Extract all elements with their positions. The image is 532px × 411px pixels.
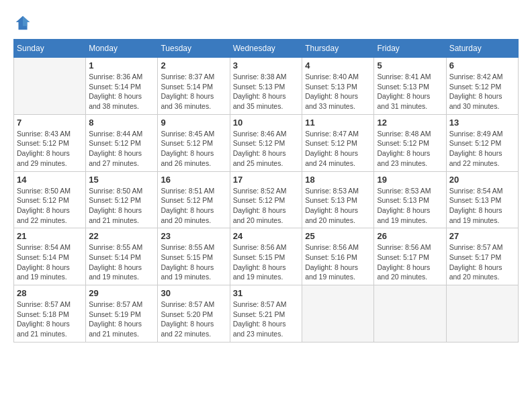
daylight-text: Daylight: 8 hours and 26 minutes. bbox=[161, 149, 214, 167]
day-info: Sunrise: 8:55 AM Sunset: 5:14 PM Dayligh… bbox=[89, 242, 154, 282]
day-number: 16 bbox=[161, 175, 226, 185]
sunset-text: Sunset: 5:14 PM bbox=[89, 83, 141, 91]
daylight-text: Daylight: 8 hours and 30 minutes. bbox=[449, 92, 502, 110]
sunset-text: Sunset: 5:14 PM bbox=[161, 83, 213, 91]
daylight-text: Daylight: 8 hours and 20 minutes. bbox=[449, 263, 502, 281]
calendar-cell: 11 Sunrise: 8:47 AM Sunset: 5:12 PM Dayl… bbox=[302, 114, 374, 171]
calendar-cell: 17 Sunrise: 8:52 AM Sunset: 5:12 PM Dayl… bbox=[230, 171, 302, 228]
day-info: Sunrise: 8:37 AM Sunset: 5:14 PM Dayligh… bbox=[161, 72, 226, 111]
sunset-text: Sunset: 5:13 PM bbox=[305, 83, 357, 91]
calendar-week-1: 1 Sunrise: 8:36 AM Sunset: 5:14 PM Dayli… bbox=[14, 58, 519, 115]
day-number: 13 bbox=[449, 118, 515, 128]
day-info: Sunrise: 8:42 AM Sunset: 5:12 PM Dayligh… bbox=[449, 72, 515, 111]
sunrise-text: Sunrise: 8:44 AM bbox=[89, 130, 142, 138]
day-info: Sunrise: 8:36 AM Sunset: 5:14 PM Dayligh… bbox=[89, 72, 154, 111]
day-number: 6 bbox=[449, 60, 515, 71]
daylight-text: Daylight: 8 hours and 35 minutes. bbox=[233, 92, 286, 110]
day-number: 24 bbox=[233, 231, 300, 241]
daylight-text: Daylight: 8 hours and 21 minutes. bbox=[17, 320, 70, 338]
day-number: 3 bbox=[233, 60, 300, 71]
sunrise-text: Sunrise: 8:55 AM bbox=[161, 243, 214, 251]
day-number: 29 bbox=[89, 288, 154, 298]
daylight-text: Daylight: 8 hours and 22 minutes. bbox=[449, 149, 502, 167]
day-info: Sunrise: 8:50 AM Sunset: 5:12 PM Dayligh… bbox=[89, 186, 154, 226]
day-number: 26 bbox=[377, 231, 443, 241]
day-number: 31 bbox=[233, 288, 300, 298]
day-info: Sunrise: 8:54 AM Sunset: 5:14 PM Dayligh… bbox=[17, 242, 83, 282]
sunset-text: Sunset: 5:12 PM bbox=[233, 196, 285, 204]
day-info: Sunrise: 8:49 AM Sunset: 5:12 PM Dayligh… bbox=[449, 129, 515, 169]
day-number: 23 bbox=[161, 231, 226, 241]
daylight-text: Daylight: 8 hours and 24 minutes. bbox=[305, 149, 358, 167]
daylight-text: Daylight: 8 hours and 20 minutes. bbox=[305, 206, 358, 224]
sunset-text: Sunset: 5:13 PM bbox=[233, 83, 285, 91]
sunrise-text: Sunrise: 8:57 AM bbox=[161, 300, 214, 308]
calendar-cell: 30 Sunrise: 8:57 AM Sunset: 5:20 PM Dayl… bbox=[158, 285, 230, 342]
day-info: Sunrise: 8:43 AM Sunset: 5:12 PM Dayligh… bbox=[17, 129, 83, 169]
day-number: 11 bbox=[305, 118, 371, 128]
sunrise-text: Sunrise: 8:53 AM bbox=[377, 187, 431, 195]
calendar-week-3: 14 Sunrise: 8:50 AM Sunset: 5:12 PM Dayl… bbox=[14, 171, 519, 228]
sunrise-text: Sunrise: 8:56 AM bbox=[233, 243, 287, 251]
sunrise-text: Sunrise: 8:50 AM bbox=[89, 187, 142, 195]
sunset-text: Sunset: 5:13 PM bbox=[377, 196, 429, 204]
calendar-cell: 14 Sunrise: 8:50 AM Sunset: 5:12 PM Dayl… bbox=[14, 171, 86, 228]
daylight-text: Daylight: 8 hours and 19 minutes. bbox=[305, 263, 358, 281]
sunset-text: Sunset: 5:12 PM bbox=[449, 83, 502, 91]
sunrise-text: Sunrise: 8:53 AM bbox=[305, 187, 359, 195]
daylight-text: Daylight: 8 hours and 23 minutes. bbox=[233, 320, 286, 338]
day-header-monday: Monday bbox=[86, 40, 158, 58]
sunset-text: Sunset: 5:12 PM bbox=[17, 196, 69, 204]
day-number: 5 bbox=[377, 60, 443, 71]
calendar-cell: 19 Sunrise: 8:53 AM Sunset: 5:13 PM Dayl… bbox=[374, 171, 446, 228]
daylight-text: Daylight: 8 hours and 22 minutes. bbox=[17, 206, 70, 224]
day-number: 4 bbox=[305, 60, 371, 71]
day-number: 2 bbox=[161, 60, 226, 71]
daylight-text: Daylight: 8 hours and 31 minutes. bbox=[377, 92, 430, 110]
sunrise-text: Sunrise: 8:37 AM bbox=[161, 73, 214, 81]
calendar-cell bbox=[374, 285, 446, 342]
daylight-text: Daylight: 8 hours and 20 minutes. bbox=[161, 206, 214, 224]
day-header-tuesday: Tuesday bbox=[158, 40, 230, 58]
day-number: 21 bbox=[17, 231, 83, 241]
calendar-cell: 23 Sunrise: 8:55 AM Sunset: 5:15 PM Dayl… bbox=[158, 228, 230, 285]
sunset-text: Sunset: 5:21 PM bbox=[233, 310, 285, 318]
daylight-text: Daylight: 8 hours and 33 minutes. bbox=[305, 92, 358, 110]
daylight-text: Daylight: 8 hours and 20 minutes. bbox=[233, 206, 286, 224]
day-number: 18 bbox=[305, 175, 371, 185]
sunset-text: Sunset: 5:12 PM bbox=[233, 139, 285, 147]
calendar-week-2: 7 Sunrise: 8:43 AM Sunset: 5:12 PM Dayli… bbox=[14, 114, 519, 171]
calendar-cell: 9 Sunrise: 8:45 AM Sunset: 5:12 PM Dayli… bbox=[158, 114, 230, 171]
daylight-text: Daylight: 8 hours and 25 minutes. bbox=[233, 149, 286, 167]
sunrise-text: Sunrise: 8:57 AM bbox=[233, 300, 287, 308]
day-number: 25 bbox=[305, 231, 371, 241]
logo-icon bbox=[13, 13, 32, 32]
day-number: 8 bbox=[89, 118, 154, 128]
day-info: Sunrise: 8:56 AM Sunset: 5:17 PM Dayligh… bbox=[377, 242, 443, 282]
sunset-text: Sunset: 5:16 PM bbox=[305, 253, 357, 261]
daylight-text: Daylight: 8 hours and 29 minutes. bbox=[17, 149, 70, 167]
day-info: Sunrise: 8:57 AM Sunset: 5:17 PM Dayligh… bbox=[449, 242, 515, 282]
calendar-header-row: SundayMondayTuesdayWednesdayThursdayFrid… bbox=[14, 40, 519, 58]
sunrise-text: Sunrise: 8:57 AM bbox=[17, 300, 71, 308]
calendar-cell: 1 Sunrise: 8:36 AM Sunset: 5:14 PM Dayli… bbox=[86, 58, 158, 115]
daylight-text: Daylight: 8 hours and 36 minutes. bbox=[161, 92, 214, 110]
calendar-cell: 27 Sunrise: 8:57 AM Sunset: 5:17 PM Dayl… bbox=[446, 228, 518, 285]
sunset-text: Sunset: 5:18 PM bbox=[17, 310, 69, 318]
calendar-cell: 5 Sunrise: 8:41 AM Sunset: 5:13 PM Dayli… bbox=[374, 58, 446, 115]
sunrise-text: Sunrise: 8:55 AM bbox=[89, 243, 142, 251]
day-number: 19 bbox=[377, 175, 443, 185]
daylight-text: Daylight: 8 hours and 38 minutes. bbox=[89, 92, 142, 110]
sunrise-text: Sunrise: 8:48 AM bbox=[377, 130, 431, 138]
day-info: Sunrise: 8:57 AM Sunset: 5:21 PM Dayligh… bbox=[233, 300, 300, 339]
day-number: 15 bbox=[89, 175, 154, 185]
calendar-cell: 16 Sunrise: 8:51 AM Sunset: 5:12 PM Dayl… bbox=[158, 171, 230, 228]
day-info: Sunrise: 8:50 AM Sunset: 5:12 PM Dayligh… bbox=[17, 186, 83, 226]
day-header-saturday: Saturday bbox=[446, 40, 518, 58]
sunset-text: Sunset: 5:14 PM bbox=[17, 253, 69, 261]
daylight-text: Daylight: 8 hours and 19 minutes. bbox=[449, 206, 502, 224]
day-number: 12 bbox=[377, 118, 443, 128]
day-info: Sunrise: 8:55 AM Sunset: 5:15 PM Dayligh… bbox=[161, 242, 226, 282]
sunrise-text: Sunrise: 8:40 AM bbox=[305, 73, 359, 81]
daylight-text: Daylight: 8 hours and 19 minutes. bbox=[233, 263, 286, 281]
